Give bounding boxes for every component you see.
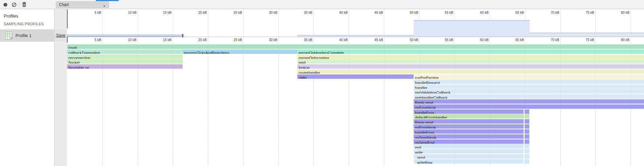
flame-bar[interactable]: (root) — [67, 44, 644, 49]
clear-button[interactable] — [10, 1, 18, 8]
overview-gridline — [278, 9, 279, 37]
flame-bar[interactable] — [525, 114, 529, 119]
flame-bar[interactable] — [525, 134, 529, 139]
flame-bar[interactable]: parserOnIncoming — [297, 55, 644, 59]
flame-bar[interactable] — [525, 129, 529, 134]
flame-bar[interactable]: defaultErrorHandler — [414, 114, 524, 119]
flame-bar[interactable]: onErrorHook — [414, 124, 524, 129]
sampling-profiles-section-label: SAMPLING PROFILES — [4, 22, 44, 26]
flame-bar-label: parserOnHeadersComplete — [297, 51, 344, 54]
ruler-gridline — [138, 37, 138, 43]
ruler-tick-label: 20 kB — [188, 38, 207, 42]
flame-bar[interactable] — [525, 144, 529, 148]
ruler-zero-tick — [67, 37, 68, 43]
ruler-gridline — [595, 37, 596, 43]
flame-bar[interactable]: handleRequest — [414, 79, 644, 84]
flame-bar-label: defaultErrorHandler — [414, 115, 447, 119]
flame-gridline-overlay — [102, 43, 103, 166]
flame-bar[interactable]: onSendEnd — [414, 139, 524, 144]
flame-bar[interactable]: Socket — [67, 59, 183, 64]
flame-bar-label: emit — [297, 61, 306, 64]
flame-bar[interactable]: Readable.on — [67, 64, 183, 69]
flame-bar[interactable] — [525, 149, 529, 154]
flame-bar[interactable]: emit — [297, 59, 644, 64]
flame-gridline-overlay — [490, 43, 490, 166]
flame-bar[interactable]: preHandlerCallback — [414, 94, 644, 99]
overview-divider — [54, 37, 644, 37]
flame-bar[interactable] — [525, 154, 529, 159]
flame-bar[interactable]: handler — [414, 85, 644, 89]
flame-bar[interactable]: processTicksAndRejections — [183, 49, 297, 54]
flame-bar[interactable]: end — [414, 144, 524, 148]
flame-bar[interactable]: runPreParsing — [414, 74, 644, 79]
profiles-sidebar: Profiles SAMPLING PROFILES % Profile 1 — [0, 9, 54, 166]
ruler-gridline — [419, 37, 420, 43]
ruler-gridline — [560, 37, 561, 43]
ruler-tick-label: 75 kB — [575, 38, 594, 42]
flame-bar[interactable] — [525, 119, 529, 124]
overview-tick-label: 75 kB — [575, 10, 594, 15]
sidebar-heading: Profiles — [4, 13, 18, 19]
flame-bar[interactable]: routeHandler — [297, 69, 644, 74]
overview-gridline — [208, 9, 208, 37]
overview-tick-label: 50 kB — [399, 10, 418, 15]
overview-tick-label: 10 kB — [117, 10, 137, 15]
flame-bar[interactable]: handleError — [414, 109, 524, 114]
flame-bar[interactable]: lookup — [297, 64, 644, 69]
flame-bar[interactable]: callbackTrampoline — [67, 49, 183, 54]
view-mode-value: Chart — [59, 2, 69, 7]
flame-bar-label: (root) — [67, 46, 77, 49]
toolbar: Chart ▼ — [0, 0, 644, 9]
flame-bar[interactable] — [525, 109, 529, 114]
flame-bar-label: routeHandler — [297, 71, 320, 74]
flame-gridline-overlay — [560, 43, 561, 166]
profile-list-item[interactable]: % Profile 1 — [0, 29, 54, 42]
flame-bar[interactable]: onconnection — [67, 55, 183, 59]
overview-tick-label: 30 kB — [258, 10, 277, 15]
trash-icon — [22, 2, 27, 7]
flame-bar[interactable]: child — [297, 74, 414, 79]
flame-gridline-overlay — [525, 43, 525, 166]
ruler-gridline — [349, 37, 349, 43]
flame-bar-label: preHandlerCallback — [414, 96, 448, 99]
ruler-gridline — [208, 37, 208, 43]
flame-gridline-overlay — [173, 43, 173, 166]
overview-usage-segment — [414, 20, 530, 37]
flame-bar-label: handleRequest — [414, 81, 440, 84]
flame-bar[interactable]: handleError — [414, 129, 524, 134]
flame-bar-label: callbackTrampoline — [67, 51, 100, 54]
ruler-tick-label: 30 kB — [258, 38, 277, 42]
flame-gridline-overlay — [384, 43, 384, 166]
flame-gridline-overlay — [595, 43, 596, 166]
flame-bar[interactable] — [525, 159, 529, 164]
flame-bar[interactable]: write_ — [414, 149, 524, 154]
overview-tick-label: 40 kB — [329, 10, 348, 15]
block-icon — [11, 2, 17, 7]
ruler-tick-label: 35 kB — [293, 38, 312, 42]
flame-bar[interactable] — [525, 124, 529, 129]
flame-chart-pane: 5 kB5 kB10 kB10 kB15 kB15 kB20 kB20 kB25… — [67, 9, 644, 166]
flame-bar-label: handler — [414, 86, 427, 89]
overview-gridline — [384, 9, 384, 37]
record-button[interactable] — [1, 1, 9, 8]
flame-bar[interactable]: Reply.send — [414, 99, 644, 104]
flame-bar[interactable]: _writeRaw — [414, 159, 524, 164]
flame-bar[interactable]: _send — [414, 154, 524, 159]
flame-bar-label: runPreParsing — [414, 76, 439, 79]
flame-bar[interactable]: parserOnHeadersComplete — [297, 49, 644, 54]
flame-bar[interactable]: onSendHook — [414, 134, 524, 139]
flame-bar[interactable] — [525, 139, 529, 144]
ruler-gridline — [278, 37, 279, 43]
view-mode-select[interactable]: Chart ▼ — [56, 1, 109, 8]
overview-gridline — [243, 9, 243, 37]
flame-gridline-overlay — [631, 43, 631, 166]
delete-profile-button[interactable] — [20, 1, 28, 8]
ruler-tick-label: 45 kB — [364, 38, 383, 42]
overview-gridline — [313, 9, 314, 37]
flame-bar[interactable]: Reply.send — [414, 119, 524, 124]
overview-tick-label: 80 kB — [610, 10, 630, 15]
ruler-tick-label: 40 kB — [329, 38, 348, 42]
flame-bar[interactable]: preValidationCallback — [414, 89, 644, 94]
flame-bar-label: onSendEnd — [414, 141, 434, 144]
flame-bar[interactable]: onErrorHook — [414, 104, 644, 109]
